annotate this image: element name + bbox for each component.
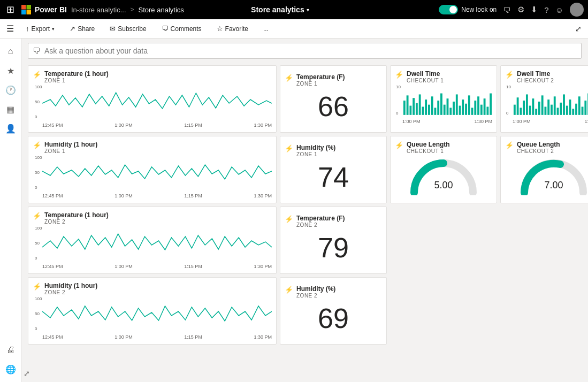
export-button[interactable]: ↑ Export ▾ (22, 22, 58, 35)
lightning-icon: ⚡ (33, 141, 41, 149)
user-icon[interactable]: ☺ (555, 5, 563, 14)
svg-rect-7 (413, 98, 415, 115)
empty-cell-r4c4 (500, 277, 588, 345)
queue-checkout2-card: ⚡ Queue Length CHECKOUT 2 7.00 0.00 14.0… (500, 136, 588, 203)
svg-rect-44 (547, 100, 549, 115)
svg-rect-37 (526, 94, 528, 114)
export-chevron: ▾ (52, 26, 55, 32)
x-label-4: 1:30 PM (254, 193, 272, 198)
expand-icon[interactable]: ⤢ (575, 25, 582, 33)
x-label-1: 12:45 PM (42, 334, 63, 340)
card-header: ⚡ Temperature (1 hour) ZONE 1 (33, 70, 272, 83)
card-titles: Queue Length CHECKOUT 1 (407, 141, 450, 154)
svg-rect-11 (425, 100, 427, 115)
download-icon[interactable]: ⬇ (531, 5, 538, 14)
notifications-icon[interactable]: 🗨 (503, 5, 511, 14)
x-label-3: 1:15 PM (184, 123, 202, 128)
temp-zone1-line-chart (42, 85, 272, 119)
card-title: Humidity (%) (296, 144, 335, 151)
new-look-label: New look on (461, 6, 497, 13)
y-mid-label: 50 (35, 311, 42, 316)
breadcrumb-instore[interactable]: In-store analytic... (71, 6, 126, 14)
big-number-value: 69 (318, 304, 349, 332)
y-max-label: 100 (35, 85, 42, 89)
qa-input[interactable] (44, 47, 205, 55)
menu-icon[interactable]: ☰ (6, 24, 14, 34)
svg-rect-15 (437, 101, 439, 115)
card-titles: Temperature (F) ZONE 2 (296, 215, 345, 228)
card-header: ⚡ Queue Length CHECKOUT 1 (395, 141, 492, 154)
card-title: Queue Length (517, 141, 560, 148)
svg-rect-41 (538, 102, 540, 115)
svg-rect-56 (584, 101, 586, 115)
qa-bar[interactable]: 🗨 (28, 43, 582, 59)
subscribe-button[interactable]: ✉ Subscribe (106, 22, 149, 35)
top-nav-actions: New look on 🗨 ⚙ ⬇ ? ☺ (439, 3, 584, 17)
svg-rect-4 (403, 101, 406, 115)
more-button[interactable]: ... (260, 23, 272, 35)
svg-rect-20 (453, 102, 455, 115)
svg-rect-31 (486, 106, 488, 114)
title-chevron-icon: ▾ (307, 7, 309, 13)
sidebar-item-learn[interactable]: 🌐 (2, 361, 19, 378)
empty-cell-r4c3 (390, 277, 497, 345)
dwell-checkout1-bar-chart (402, 85, 492, 116)
share-button[interactable]: ↗ Share (66, 22, 98, 35)
card-title: Temperature (1 hour) (44, 211, 109, 219)
lightning-icon: ⚡ (285, 286, 293, 294)
card-header: ⚡ Temperature (1 hour) ZONE 2 (33, 211, 272, 225)
avatar[interactable] (570, 3, 584, 17)
card-titles: Dwell Time CHECKOUT 1 (407, 70, 444, 83)
more-label: ... (263, 25, 269, 33)
export-label: Export (32, 25, 50, 33)
card-subtitle: ZONE 1 (44, 78, 109, 83)
svg-rect-35 (520, 108, 522, 114)
bottom-arrow-icon[interactable]: ⤢ (24, 369, 30, 378)
report-title[interactable]: Store analytics ▾ (251, 5, 309, 14)
svg-rect-27 (474, 101, 476, 115)
share-label: Share (78, 25, 95, 33)
svg-rect-43 (545, 106, 547, 114)
temp-zone2-num-card: ⚡ Temperature (F) ZONE 2 79 (280, 207, 387, 274)
svg-rect-32 (490, 94, 492, 115)
svg-rect-2 (21, 10, 26, 15)
comments-icon: 🗨 (162, 25, 169, 33)
apps-grid-icon[interactable]: ⊞ (4, 2, 17, 18)
card-header: ⚡ Queue Length CHECKOUT 2 (505, 141, 588, 154)
num-card-inner: ⚡ Humidity (%) ZONE 1 74 (285, 144, 382, 196)
y-min-label: 0 (35, 256, 42, 261)
breadcrumb-store-analytics[interactable]: Store analytics (139, 6, 184, 14)
dwell-checkout2-card: ⚡ Dwell Time CHECKOUT 2 10 0 (500, 65, 588, 133)
sidebar-item-home[interactable]: ⌂ (2, 43, 19, 60)
svg-rect-9 (419, 94, 421, 114)
settings-icon[interactable]: ⚙ (517, 5, 524, 14)
x-label-1: 12:45 PM (42, 193, 63, 198)
sidebar-item-workspaces[interactable]: 🖨 (2, 341, 19, 358)
svg-rect-14 (434, 108, 437, 114)
favorite-button[interactable]: ☆ Favorite (213, 22, 251, 35)
big-number-container: 69 (285, 300, 382, 337)
sidebar-item-recent[interactable]: 🕐 (2, 81, 19, 98)
svg-rect-12 (428, 105, 430, 115)
comments-button[interactable]: 🗨 Comments (158, 22, 205, 35)
svg-rect-36 (523, 101, 525, 115)
svg-rect-10 (422, 106, 424, 114)
dashboard-grid: ⚡ Temperature (1 hour) ZONE 1 100 50 0 (28, 65, 582, 345)
svg-rect-42 (541, 95, 544, 114)
card-title: Humidity (%) (296, 285, 335, 293)
temp-zone1-line-card: ⚡ Temperature (1 hour) ZONE 1 100 50 0 (28, 65, 277, 133)
help-icon[interactable]: ? (544, 5, 548, 14)
svg-rect-52 (572, 109, 574, 115)
report-title-text: Store analytics (251, 5, 304, 14)
dwell-checkout2-bar-chart (513, 85, 588, 116)
y-max-label: 10 (506, 85, 511, 89)
svg-rect-51 (569, 100, 571, 115)
svg-rect-8 (416, 103, 418, 115)
svg-text:5.00: 5.00 (434, 180, 453, 190)
card-subtitle: CHECKOUT 1 (407, 78, 444, 83)
sidebar-item-apps[interactable]: ▦ (2, 101, 19, 118)
toggle-switch[interactable] (439, 5, 458, 14)
sidebar-item-favorites[interactable]: ★ (2, 62, 19, 79)
new-look-toggle[interactable]: New look on (439, 5, 497, 14)
sidebar-item-shared[interactable]: 👤 (2, 120, 19, 137)
